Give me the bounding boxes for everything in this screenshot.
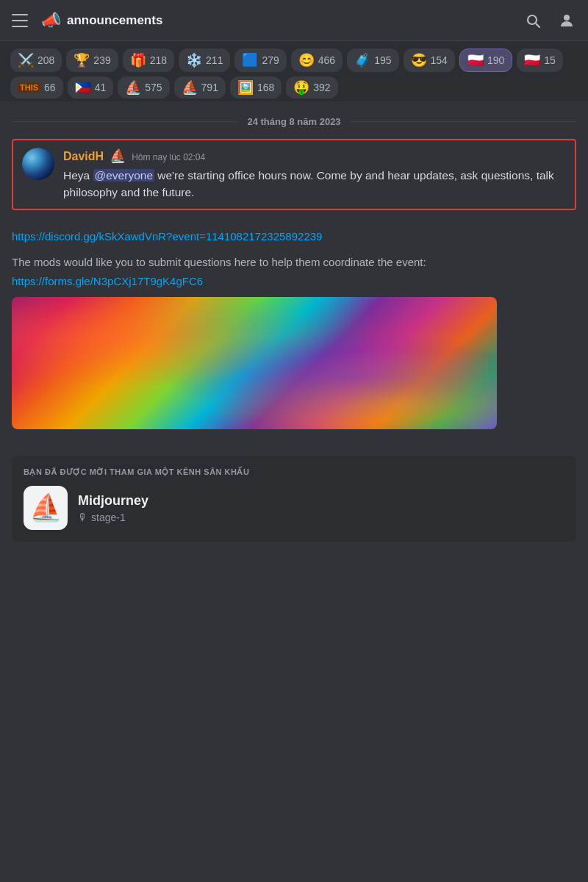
reaction-poland1[interactable]: 🇵🇱 190 xyxy=(459,49,512,72)
stage-channel: 🎙 stage-1 xyxy=(78,512,564,523)
reaction-sailboat2[interactable]: ⛵ 791 xyxy=(174,76,226,98)
date-text: 24 tháng 8 năm 2023 xyxy=(238,116,349,127)
stage-server-name[interactable]: Midjourney xyxy=(78,493,564,509)
reactions-grid: ⚔️ 208 🏆 239 🎁 218 ❄️ 211 🟦 279 😊 466 🧳 … xyxy=(10,49,578,98)
highlighted-message: DavidH ⛵ Hôm nay lúc 02:04 Heya @everyon… xyxy=(12,139,576,210)
svg-point-0 xyxy=(564,15,570,21)
reaction-ph[interactable]: 🇵🇭 41 xyxy=(68,76,114,98)
stage-invite: BẠN ĐÃ ĐƯỢC MỜI THAM GIA MỘT KÊNH SÂN KH… xyxy=(12,456,576,542)
reaction-poland2[interactable]: 🇵🇱 15 xyxy=(517,49,563,72)
stage-info: Midjourney 🎙 stage-1 xyxy=(78,493,564,523)
reaction-briefcase[interactable]: 🧳 195 xyxy=(347,49,398,72)
message-header: DavidH ⛵ Hôm nay lúc 02:04 xyxy=(63,148,566,164)
header: 📣 announcements xyxy=(0,0,588,41)
forms-link[interactable]: https://forms.gle/N3pCXj17T9gK4gFC6 xyxy=(12,275,203,287)
reaction-snow[interactable]: ❄️ 211 xyxy=(179,49,230,72)
stage-icon-emoji: ⛵ xyxy=(29,492,62,523)
stage-channel-icon: 🎙 xyxy=(78,512,88,523)
search-icon[interactable] xyxy=(523,11,542,30)
reaction-sword[interactable]: ⚔️ 208 xyxy=(10,49,62,72)
stage-invite-label: BẠN ĐÃ ĐƯỢC MỜI THAM GIA MỘT KÊNH SÂN KH… xyxy=(24,467,564,477)
message-container: DavidH ⛵ Hôm nay lúc 02:04 Heya @everyon… xyxy=(0,136,588,222)
message-image xyxy=(12,297,497,429)
profile-icon[interactable] xyxy=(557,11,576,30)
mention-everyone[interactable]: @everyone xyxy=(93,169,155,182)
reactions-area: ⚔️ 208 🏆 239 🎁 218 ❄️ 211 🟦 279 😊 466 🧳 … xyxy=(0,41,588,101)
message-text: Heya @everyone we're starting office hou… xyxy=(63,167,566,201)
reaction-moneymouth[interactable]: 🤑 392 xyxy=(286,76,337,98)
message-time: Hôm nay lúc 02:04 xyxy=(132,152,205,162)
author-name[interactable]: DavidH xyxy=(63,150,104,163)
stage-invite-content: ⛵ Midjourney 🎙 stage-1 xyxy=(24,486,564,530)
reaction-gift[interactable]: 🎁 218 xyxy=(123,49,174,72)
link-section: https://discord.gg/kSkXawdVnR?event=1141… xyxy=(0,222,588,451)
message-content: DavidH ⛵ Hôm nay lúc 02:04 Heya @everyon… xyxy=(63,148,566,201)
reaction-trophy[interactable]: 🏆 239 xyxy=(66,49,118,72)
megaphone-icon: 📣 xyxy=(41,11,61,30)
reaction-this[interactable]: THIS 66 xyxy=(10,76,63,98)
reaction-sailboat1[interactable]: ⛵ 575 xyxy=(118,76,169,98)
reaction-blue[interactable]: 🟦 279 xyxy=(234,49,286,72)
channel-name: announcements xyxy=(67,13,162,28)
header-icons xyxy=(523,11,576,30)
menu-button[interactable] xyxy=(12,12,29,29)
mods-text: The mods would like you to submit questi… xyxy=(12,254,576,271)
stage-icon-box: ⛵ xyxy=(24,486,68,530)
reaction-smile[interactable]: 😊 466 xyxy=(291,49,343,72)
author-badge: ⛵ xyxy=(110,148,126,164)
date-separator: 24 tháng 8 năm 2023 xyxy=(0,101,588,136)
message-row: DavidH ⛵ Hôm nay lúc 02:04 Heya @everyon… xyxy=(22,148,566,201)
reaction-picture[interactable]: 🖼️ 168 xyxy=(230,76,282,98)
image-overlay xyxy=(12,297,497,429)
avatar[interactable] xyxy=(22,148,54,180)
channel-info: 📣 announcements xyxy=(41,11,523,30)
stage-channel-name: stage-1 xyxy=(91,512,126,523)
discord-event-link[interactable]: https://discord.gg/kSkXawdVnR?event=1141… xyxy=(12,228,576,245)
reaction-cool[interactable]: 😎 154 xyxy=(404,49,455,72)
